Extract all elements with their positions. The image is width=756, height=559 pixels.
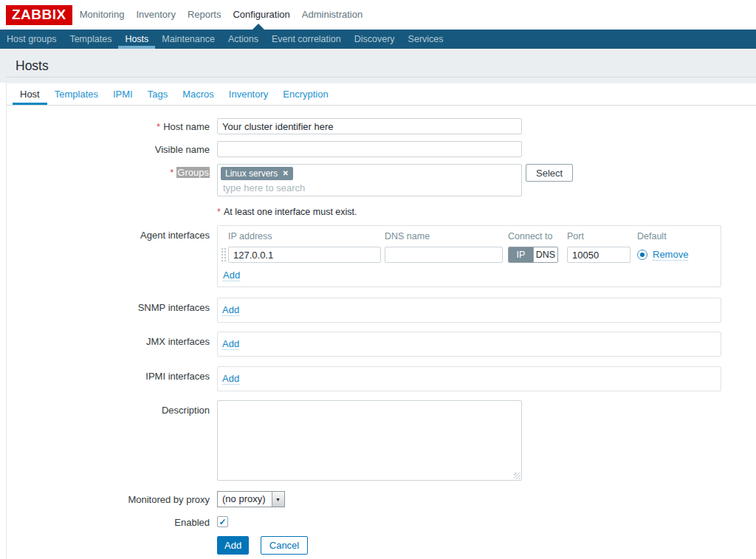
- tab-encryption[interactable]: Encryption: [275, 83, 335, 105]
- interface-dns-input[interactable]: [385, 247, 503, 263]
- group-chip-label: Linux servers: [225, 168, 278, 179]
- required-asterisk: *: [217, 207, 221, 217]
- subnav-item-discovery[interactable]: Discovery: [348, 30, 402, 49]
- groups-select-button[interactable]: Select: [526, 164, 573, 182]
- column-connect-to: Connect to: [508, 231, 567, 241]
- subnav-item-event-correlation[interactable]: Event correlation: [265, 30, 348, 49]
- snmp-interfaces-label: SNMP interfaces: [7, 298, 217, 323]
- snmp-interfaces-box: Add: [217, 298, 721, 323]
- subnav-item-hosts[interactable]: Hosts: [118, 30, 155, 49]
- host-name-label: *Host name: [7, 118, 217, 134]
- description-textarea[interactable]: [217, 400, 522, 481]
- host-form: *Host name Visible name *Groups: [7, 106, 756, 555]
- tab-tags[interactable]: Tags: [140, 83, 175, 105]
- jmx-interfaces-label: JMX interfaces: [7, 332, 217, 357]
- form-footer: Add Cancel: [7, 536, 756, 555]
- column-ip-address: IP address: [228, 231, 385, 241]
- tab-inventory[interactable]: Inventory: [221, 83, 275, 105]
- enabled-label: Enabled: [7, 515, 217, 528]
- required-asterisk: *: [157, 121, 160, 132]
- description-row: Description: [7, 400, 756, 481]
- description-label: Description: [7, 400, 217, 481]
- interface-port-input[interactable]: [567, 247, 630, 263]
- proxy-label: Monitored by proxy: [7, 491, 217, 507]
- form-container: Host Templates IPMI Tags Macros Inventor…: [6, 83, 756, 559]
- sub-navigation-bar: Host groups Templates Hosts Maintenance …: [0, 30, 756, 49]
- host-name-row: *Host name: [7, 118, 756, 134]
- column-port: Port: [567, 231, 637, 241]
- page-header: Hosts: [0, 49, 756, 83]
- connect-to-dns-option[interactable]: DNS: [533, 247, 557, 262]
- jmx-interfaces-box: Add: [217, 332, 721, 357]
- tab-strip: Host Templates IPMI Tags Macros Inventor…: [7, 83, 756, 106]
- main-menu: Monitoring Inventory Reports Configurati…: [74, 0, 368, 30]
- topnav-item-monitoring[interactable]: Monitoring: [74, 0, 131, 30]
- groups-multiselect[interactable]: Linux servers ✕ type here to search: [217, 164, 522, 196]
- column-dns-name: DNS name: [385, 231, 508, 241]
- drag-handle-icon[interactable]: [221, 247, 227, 262]
- subnav-item-maintenance[interactable]: Maintenance: [155, 30, 221, 49]
- radio-dot-icon: [640, 253, 645, 257]
- enabled-row: Enabled ✓: [7, 515, 756, 528]
- groups-search-input[interactable]: type here to search: [221, 180, 518, 194]
- dropdown-arrow-icon: ▼: [272, 492, 284, 507]
- zabbix-app: ZABBIX Monitoring Inventory Reports Conf…: [0, 0, 756, 559]
- chip-remove-icon[interactable]: ✕: [282, 170, 288, 177]
- proxy-select-value: (no proxy): [218, 492, 272, 507]
- tab-macros[interactable]: Macros: [175, 83, 221, 105]
- tab-host[interactable]: Host: [13, 83, 47, 105]
- header-divider: [6, 77, 756, 78]
- add-button[interactable]: Add: [217, 536, 249, 555]
- agent-interface-row: IP DNS Remove: [221, 247, 721, 263]
- host-name-input[interactable]: [217, 118, 522, 134]
- topnav-item-administration[interactable]: Administration: [296, 0, 368, 30]
- ipmi-interfaces-label: IPMI interfaces: [7, 366, 217, 391]
- interface-ip-input[interactable]: [228, 247, 381, 263]
- interface-column-headers: IP address DNS name Connect to Port Defa…: [228, 231, 721, 241]
- visible-name-row: Visible name: [7, 141, 756, 157]
- groups-row: *Groups Linux servers ✕ type here to sea…: [7, 164, 756, 196]
- required-asterisk: *: [170, 167, 173, 178]
- active-section-caret-icon: [252, 24, 264, 30]
- zabbix-logo[interactable]: ZABBIX: [6, 5, 72, 25]
- group-chip: Linux servers ✕: [221, 167, 293, 180]
- ipmi-interfaces-row: IPMI interfaces Add: [7, 366, 756, 391]
- agent-interface-add-link[interactable]: Add: [223, 270, 240, 281]
- jmx-interfaces-row: JMX interfaces Add: [7, 332, 756, 357]
- visible-name-label: Visible name: [7, 141, 217, 157]
- tab-ipmi[interactable]: IPMI: [106, 83, 140, 105]
- cancel-button[interactable]: Cancel: [261, 536, 308, 555]
- interface-note-row: *At least one interface must exist.: [7, 205, 756, 217]
- agent-interfaces-label: Agent interfaces: [7, 225, 217, 287]
- subnav-item-actions[interactable]: Actions: [221, 30, 265, 49]
- subnav-item-host-groups[interactable]: Host groups: [0, 30, 63, 49]
- snmp-interface-add-link[interactable]: Add: [222, 304, 239, 316]
- groups-label-text: Groups: [176, 167, 210, 178]
- page-title: Hosts: [0, 49, 756, 74]
- proxy-select[interactable]: (no proxy) ▼: [217, 491, 285, 507]
- subnav-item-templates[interactable]: Templates: [63, 30, 118, 49]
- groups-label: *Groups: [7, 164, 217, 196]
- tab-templates[interactable]: Templates: [47, 83, 106, 105]
- connect-to-ip-option[interactable]: IP: [509, 247, 533, 262]
- connect-to-toggle: IP DNS: [508, 247, 558, 263]
- ipmi-interfaces-box: Add: [217, 366, 721, 391]
- jmx-interface-add-link[interactable]: Add: [222, 338, 239, 350]
- visible-name-input[interactable]: [217, 141, 522, 157]
- subnav-item-services[interactable]: Services: [402, 30, 450, 49]
- default-interface-radio[interactable]: [637, 250, 647, 260]
- enabled-checkbox[interactable]: ✓: [217, 516, 228, 527]
- topnav-item-inventory[interactable]: Inventory: [130, 0, 181, 30]
- snmp-interfaces-row: SNMP interfaces Add: [7, 298, 756, 323]
- proxy-row: Monitored by proxy (no proxy) ▼: [7, 491, 756, 507]
- interface-required-note: *At least one interface must exist.: [217, 205, 357, 217]
- agent-interfaces-box: IP address DNS name Connect to Port Defa…: [217, 225, 721, 287]
- top-navigation-bar: ZABBIX Monitoring Inventory Reports Conf…: [0, 0, 756, 30]
- column-default: Default: [637, 231, 721, 241]
- check-icon: ✓: [219, 518, 226, 527]
- ipmi-interface-add-link[interactable]: Add: [222, 373, 239, 385]
- agent-interfaces-row: Agent interfaces IP address DNS name Con…: [7, 225, 756, 287]
- interface-remove-link[interactable]: Remove: [653, 249, 688, 261]
- topnav-item-reports[interactable]: Reports: [182, 0, 227, 30]
- resize-grip-icon[interactable]: [514, 473, 520, 479]
